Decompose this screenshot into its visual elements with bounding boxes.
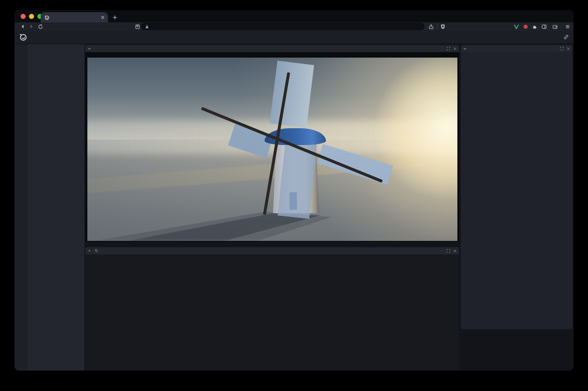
tab-favicon-flecs <box>44 15 50 20</box>
maximize-icon[interactable] <box>446 249 450 253</box>
permalink-icon[interactable] <box>563 34 569 42</box>
side-panel-icon[interactable] <box>541 22 547 31</box>
menu-icon[interactable] <box>565 22 570 31</box>
maximize-icon[interactable] <box>560 47 564 50</box>
windmill-sail <box>270 61 314 128</box>
minimize-window-button[interactable] <box>29 14 34 19</box>
forward-button[interactable] <box>29 22 34 31</box>
tab-strip <box>15 11 573 22</box>
page-header <box>15 31 573 44</box>
vue-extension-icon[interactable] <box>514 22 519 31</box>
code-editor[interactable] <box>461 52 572 329</box>
close-window-button[interactable] <box>21 14 26 19</box>
traffic-lights[interactable] <box>21 14 42 19</box>
canvas-panel-body <box>85 52 459 242</box>
editor-panel <box>461 45 572 329</box>
lock-icon <box>145 24 149 29</box>
brave-shield-icon[interactable] <box>440 22 446 31</box>
search-panel-body[interactable] <box>85 254 459 370</box>
back-button[interactable] <box>20 22 26 31</box>
chevron-down-icon[interactable] <box>88 48 91 50</box>
search-panel <box>85 247 459 370</box>
icon-rail <box>15 44 28 370</box>
flecs-logo <box>18 32 28 43</box>
browser-toolbar <box>15 22 573 31</box>
new-tab-button[interactable] <box>110 13 119 21</box>
3d-canvas[interactable] <box>87 58 457 241</box>
address-bar[interactable] <box>141 23 425 30</box>
close-icon[interactable] <box>567 47 570 50</box>
browser-window <box>15 11 573 370</box>
canvas-panel-header[interactable] <box>85 45 459 53</box>
editor-panel-header[interactable] <box>461 45 572 53</box>
canvas-panel <box>85 45 459 242</box>
toolbar-separator <box>437 24 438 29</box>
browser-tab[interactable] <box>41 12 108 22</box>
collapse-dot-icon[interactable] <box>89 250 90 251</box>
tab-close-icon[interactable] <box>101 16 105 19</box>
close-icon[interactable] <box>453 47 457 50</box>
chevron-down-icon[interactable] <box>463 48 467 50</box>
share-icon[interactable] <box>428 22 434 31</box>
bookmark-sidebar-icon[interactable] <box>135 22 140 31</box>
extensions-puzzle-icon[interactable] <box>532 22 538 31</box>
close-icon[interactable] <box>453 249 457 253</box>
search-icon <box>94 249 98 253</box>
main-area <box>84 44 573 370</box>
page-content <box>15 44 573 370</box>
maximize-icon[interactable] <box>446 47 450 50</box>
wallet-icon[interactable] <box>552 22 558 31</box>
entity-tree <box>28 44 84 370</box>
red-extension-icon[interactable] <box>523 22 528 31</box>
reload-button[interactable] <box>38 22 43 31</box>
search-panel-header[interactable] <box>85 247 459 255</box>
